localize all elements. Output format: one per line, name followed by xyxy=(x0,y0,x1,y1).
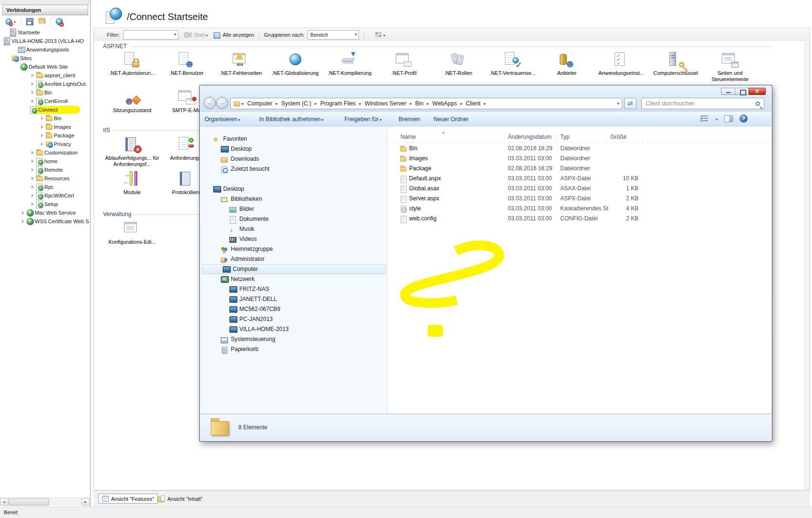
tree-item-aspnet-client[interactable]: aspnet_client xyxy=(0,71,90,80)
nav-fritz-nas[interactable]: FRITZ-NAS xyxy=(200,284,387,294)
chevron-collapsed-icon[interactable] xyxy=(30,73,36,77)
new-folder-button[interactable]: Neuer Ordner xyxy=(429,114,473,125)
scroll-right-button[interactable]: ► xyxy=(82,498,90,506)
chevron-collapsed-icon[interactable] xyxy=(30,91,36,94)
tree-item-rpcwithcert[interactable]: RpcWithCert xyxy=(0,191,90,200)
tree-item-connect-images[interactable]: Images xyxy=(0,123,90,131)
create-connection-button[interactable] xyxy=(4,17,17,26)
nav-papierkorb[interactable]: Papierkorb xyxy=(200,344,387,354)
file-row-bin[interactable]: Bin02.08.2016 16:29Dateiordner xyxy=(388,144,771,154)
nav-desktop-fav[interactable]: Desktop xyxy=(200,144,387,154)
nav-favoriten[interactable]: Favoriten xyxy=(200,134,387,144)
tree-item-axonet-lightsout[interactable]: AxoNet.LightsOut. xyxy=(0,80,90,88)
nav-videos[interactable]: Videos xyxy=(200,234,387,244)
feature-konfigurations-editor[interactable]: Konfigurations-Edi... xyxy=(105,218,159,256)
chevron-collapsed-icon[interactable] xyxy=(30,168,36,172)
feature-net-rollen[interactable]: .NET-Rollen xyxy=(431,50,485,87)
organize-menu[interactable]: Organisieren xyxy=(200,114,245,125)
file-row-images[interactable]: Images03.03.2011 03:00Dateiordner xyxy=(388,154,771,164)
tree-item-villa-home-2013[interactable]: VILLA-HOME-2013 (VILLA-HO xyxy=(0,37,90,45)
chevron-collapsed-icon[interactable] xyxy=(39,134,45,137)
file-row-web-config[interactable]: web.config03.03.2011 03:00CONFIG-Datei2 … xyxy=(388,214,771,224)
tree-item-wss-certificate[interactable]: WSS Certificate Web S xyxy=(0,217,90,226)
add-to-library-menu[interactable]: In Bibliothek aufnehmen xyxy=(255,114,328,125)
chevron-collapsed-icon[interactable] xyxy=(20,211,26,215)
share-with-menu[interactable]: Freigeben für xyxy=(340,114,386,125)
breadcrumb-client[interactable]: Client xyxy=(463,100,484,107)
tree-item-connect[interactable]: Connect xyxy=(0,105,90,114)
filter-input[interactable] xyxy=(123,30,178,40)
breadcrumb-system-c[interactable]: System (C:) xyxy=(278,100,315,107)
chevron-collapsed-icon[interactable] xyxy=(30,185,36,189)
tree-item-resources[interactable]: Resources xyxy=(0,174,90,183)
scroll-thumb[interactable] xyxy=(9,498,49,506)
column-date[interactable]: Änderungsdatum xyxy=(508,134,559,140)
nav-computer[interactable]: Computer xyxy=(202,264,386,274)
column-name[interactable]: Name xyxy=(401,134,456,140)
column-size[interactable]: Größe xyxy=(610,134,627,140)
nav-bilder[interactable]: Bilder xyxy=(200,204,387,214)
group-by-select[interactable]: Bereich xyxy=(308,30,359,40)
feature-ablaufverfolgung[interactable]: Ablaufverfolgungs... für Anforderungsf..… xyxy=(105,135,159,169)
nav-systemsteuerung[interactable]: Systemsteuerung xyxy=(200,334,387,344)
feature-net-benutzer[interactable]: .NET-Benutzer xyxy=(159,50,214,87)
tree-item-connect-bin[interactable]: Bin xyxy=(0,114,90,123)
nav-musik[interactable]: Musik xyxy=(200,224,387,234)
chevron-collapsed-icon[interactable] xyxy=(30,151,36,155)
chevron-collapsed-icon[interactable] xyxy=(30,99,36,103)
breadcrumb-computer[interactable]: Computer xyxy=(244,100,276,107)
tree-item-startseite[interactable]: Startseite xyxy=(0,28,90,37)
feature-anbieter[interactable]: Anbieter xyxy=(540,50,594,87)
address-dropdown-icon[interactable] xyxy=(617,101,619,106)
tab-features-view[interactable]: Ansicht "Features" xyxy=(98,494,158,504)
close-button[interactable] xyxy=(749,88,766,95)
nav-mc562[interactable]: MC562-067CB9 xyxy=(200,304,387,314)
feature-sitzungszustand[interactable]: Sitzungszustand xyxy=(105,87,159,124)
tree-item-mac-web-service[interactable]: Mac Web Service xyxy=(0,208,90,217)
tree-item-remote[interactable]: Remote xyxy=(0,166,90,174)
minimize-button[interactable] xyxy=(721,88,735,95)
help-button[interactable] xyxy=(740,114,748,123)
show-all-button[interactable]: Alle anzeigen xyxy=(214,31,254,38)
chevron-collapsed-icon[interactable] xyxy=(30,159,36,163)
filter-start-button[interactable]: Start xyxy=(184,32,208,38)
chevron-collapsed-icon[interactable] xyxy=(30,82,36,86)
delete-connection-button[interactable] xyxy=(54,17,65,26)
chevron-down-icon[interactable] xyxy=(715,115,718,122)
tree-item-sites[interactable]: Sites xyxy=(0,54,90,62)
tree-item-setup[interactable]: Setup xyxy=(0,200,90,208)
burn-button[interactable]: Brennen xyxy=(394,114,424,125)
save-connections-button[interactable] xyxy=(24,17,35,26)
feature-anwendungseinstellungen[interactable]: Anwendungseinst... xyxy=(594,50,648,87)
feature-net-fehlerseiten[interactable]: 404.NET-Fehlerseiten xyxy=(214,50,268,87)
breadcrumb-bin[interactable]: Bin xyxy=(412,100,427,107)
feature-module[interactable]: Module xyxy=(105,169,159,203)
nav-downloads[interactable]: Downloads xyxy=(200,154,387,164)
tree-item-connect-package[interactable]: Package xyxy=(0,131,90,140)
chevron-collapsed-icon[interactable] xyxy=(30,202,36,206)
nav-janett-dell[interactable]: JANETT-DELL xyxy=(200,294,387,304)
nav-zuletzt-besucht[interactable]: Zuletzt besucht xyxy=(200,164,387,174)
nav-bibliotheken[interactable]: Bibliotheken xyxy=(200,194,387,204)
file-row-global-asax[interactable]: Global.asax03.03.2011 03:00ASAX-Datei1 K… xyxy=(388,184,771,194)
feature-seiten-steuerelemente[interactable]: Seiten und Steuerelemente xyxy=(703,50,757,87)
chevron-collapsed-icon[interactable] xyxy=(39,125,45,129)
breadcrumb-webapps[interactable]: WebApps xyxy=(429,100,461,107)
feature-computerschluessel[interactable]: Computerschlüssel xyxy=(648,50,703,87)
feature-net-kompilierung[interactable]: .NET-Kompilierung xyxy=(322,50,377,87)
content-scrollbar[interactable] xyxy=(804,42,810,489)
column-type[interactable]: Typ xyxy=(560,134,569,140)
tree-item-bin[interactable]: Bin xyxy=(0,88,90,97)
breadcrumb-program-files[interactable]: Program Files xyxy=(317,100,360,107)
back-button[interactable] xyxy=(204,97,216,109)
file-row-package[interactable]: Package02.08.2016 16:29Dateiordner xyxy=(388,164,771,174)
view-options-button[interactable] xyxy=(375,31,385,38)
sidebar-horizontal-scrollbar[interactable]: ◄ ► xyxy=(0,497,90,506)
refresh-button[interactable] xyxy=(624,98,637,109)
breadcrumb-windows-server[interactable]: Windows Server xyxy=(361,100,410,107)
maximize-button[interactable] xyxy=(735,88,749,95)
preview-pane-button[interactable] xyxy=(724,115,733,122)
tree-item-home[interactable]: home xyxy=(0,157,90,166)
file-row-style[interactable]: style03.03.2011 03:00Kaskadierendes St..… xyxy=(388,204,771,214)
nav-netzwerk[interactable]: Netzwerk xyxy=(200,274,387,284)
